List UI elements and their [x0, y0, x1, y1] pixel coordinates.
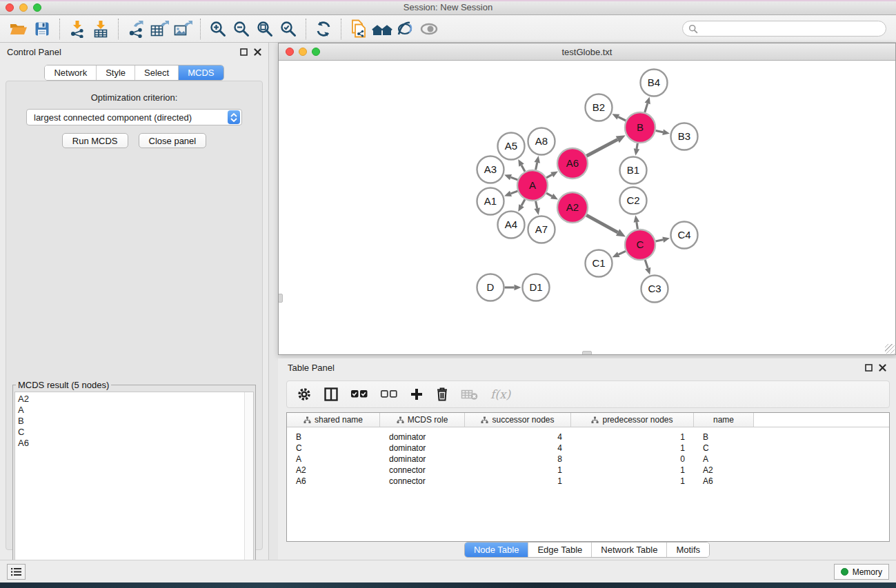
column-header-successor-nodes[interactable]: successor nodes: [465, 413, 571, 427]
close-network-button[interactable]: [286, 48, 294, 56]
open-file-icon[interactable]: [7, 18, 30, 40]
table-row[interactable]: Cdominator41C: [287, 443, 889, 454]
graph-node-A5[interactable]: A5: [498, 133, 525, 160]
graph-edge-B-B2[interactable]: [618, 117, 626, 121]
table-row[interactable]: A2connector11A2: [287, 465, 889, 476]
select-all-icon[interactable]: [350, 389, 368, 399]
graph-node-C3[interactable]: C3: [641, 276, 668, 303]
graphics-details-icon[interactable]: [394, 18, 417, 40]
save-session-icon[interactable]: [30, 18, 54, 40]
table-cell[interactable]: 4: [465, 432, 571, 443]
graph-node-D1[interactable]: D1: [523, 274, 550, 301]
tab-node-table[interactable]: Node Table: [465, 543, 528, 557]
search-field[interactable]: [682, 21, 886, 37]
columns-icon[interactable]: [323, 387, 339, 402]
refresh-icon[interactable]: [312, 18, 335, 40]
graph-edge-A-A2[interactable]: [546, 193, 552, 196]
table-row[interactable]: A6connector11A6: [287, 476, 889, 487]
table-cell[interactable]: A2: [694, 465, 754, 476]
table-cell[interactable]: A6: [694, 476, 754, 487]
table-cell[interactable]: 1: [465, 465, 571, 476]
export-network-icon[interactable]: [124, 18, 148, 40]
tab-edge-table[interactable]: Edge Table: [528, 543, 591, 557]
zoom-in-icon[interactable]: [206, 18, 230, 40]
graph-edge-A-A1[interactable]: [510, 191, 517, 194]
graph-node-B1[interactable]: B1: [620, 157, 647, 184]
column-header-name[interactable]: name: [694, 413, 754, 427]
table-cell[interactable]: dominator: [380, 443, 465, 454]
run-mcds-button[interactable]: Run MCDS: [62, 133, 128, 148]
graph-node-A4[interactable]: A4: [498, 212, 525, 239]
table-cell[interactable]: 1: [571, 432, 694, 443]
table-cell[interactable]: A2: [287, 465, 380, 476]
graph-edge-C-C4[interactable]: [655, 240, 663, 241]
tab-select[interactable]: Select: [135, 65, 178, 80]
table-cell[interactable]: 1: [465, 476, 571, 487]
zoom-selected-icon[interactable]: [277, 18, 300, 40]
table-cell[interactable]: 1: [571, 465, 694, 476]
table-cell[interactable]: A: [287, 454, 380, 465]
mcds-result-item[interactable]: A2: [18, 394, 241, 405]
table-cell[interactable]: dominator: [380, 432, 465, 443]
graph-edge-A-A3[interactable]: [510, 177, 517, 180]
table-row[interactable]: Adominator80A: [287, 454, 889, 465]
search-input[interactable]: [698, 24, 880, 34]
table-cell[interactable]: 1: [571, 443, 694, 454]
table-cell[interactable]: 8: [465, 454, 571, 465]
zoom-network-button[interactable]: [312, 48, 320, 56]
graph-node-A1[interactable]: A1: [477, 188, 504, 215]
home-icon[interactable]: [370, 18, 394, 40]
mcds-result-item[interactable]: A: [18, 405, 241, 416]
network-canvas[interactable]: AA1A2A3A4A5A6A7A8BB1B2B3B4CC1C2C3C4DD1: [279, 61, 895, 354]
table-cell[interactable]: 4: [465, 443, 571, 454]
graph-node-A8[interactable]: A8: [528, 128, 555, 155]
graph-node-A[interactable]: A: [517, 170, 548, 201]
graph-node-A6[interactable]: A6: [557, 148, 588, 179]
column-header-MCDS-role[interactable]: MCDS role: [380, 413, 465, 427]
graph-edge-A6-B[interactable]: [586, 139, 617, 156]
column-header-shared-name[interactable]: shared name: [287, 413, 380, 427]
graph-node-B3[interactable]: B3: [671, 123, 698, 150]
graph-node-D[interactable]: D: [477, 274, 504, 301]
table-cell[interactable]: 1: [571, 476, 694, 487]
close-panel-icon[interactable]: [879, 364, 886, 372]
table-cell[interactable]: dominator: [380, 454, 465, 465]
vertical-scrollbar-thumb[interactable]: [279, 294, 283, 303]
table-cell[interactable]: B: [694, 432, 754, 443]
zoom-out-icon[interactable]: [230, 18, 253, 40]
criterion-dropdown[interactable]: largest connected component (directed): [26, 109, 242, 125]
table-cell[interactable]: C: [694, 443, 754, 454]
scrollbar-track[interactable]: [244, 392, 253, 588]
graph-edge-A-A8[interactable]: [536, 163, 537, 170]
graph-node-C4[interactable]: C4: [671, 222, 698, 249]
delete-column-icon[interactable]: [435, 387, 449, 402]
tab-motifs[interactable]: Motifs: [666, 543, 709, 557]
graph-edge-A2-C[interactable]: [586, 215, 617, 232]
table-cell[interactable]: C: [287, 443, 380, 454]
export-table-icon[interactable]: [148, 18, 171, 40]
graph-edge-B-B3[interactable]: [656, 131, 664, 132]
table-cell[interactable]: A: [694, 454, 754, 465]
table-cell[interactable]: B: [287, 432, 380, 443]
graph-edge-A-A4[interactable]: [521, 199, 525, 205]
add-column-icon[interactable]: [410, 387, 424, 401]
table-cell[interactable]: connector: [380, 476, 465, 487]
graph-node-A7[interactable]: A7: [528, 216, 555, 243]
close-panel-button[interactable]: Close panel: [139, 133, 207, 148]
graph-edge-C-C3[interactable]: [645, 260, 648, 268]
table-cell[interactable]: 0: [571, 454, 694, 465]
graph-node-B4[interactable]: B4: [641, 70, 668, 97]
resize-grip[interactable]: [885, 344, 895, 354]
float-panel-icon[interactable]: [240, 48, 248, 56]
graph-edge-A-A5[interactable]: [521, 165, 525, 172]
tab-network[interactable]: Network: [45, 65, 96, 80]
export-image-icon[interactable]: [171, 18, 195, 40]
graph-edge-A-A6[interactable]: [546, 174, 552, 177]
graph-node-C1[interactable]: C1: [586, 250, 613, 277]
graph-edge-B-B4[interactable]: [645, 103, 648, 112]
memory-button[interactable]: Memory: [834, 564, 889, 580]
deselect-all-icon[interactable]: [380, 389, 398, 399]
import-table-icon[interactable]: [89, 18, 112, 40]
close-panel-icon[interactable]: [254, 48, 261, 56]
graph-node-C2[interactable]: C2: [620, 187, 647, 214]
